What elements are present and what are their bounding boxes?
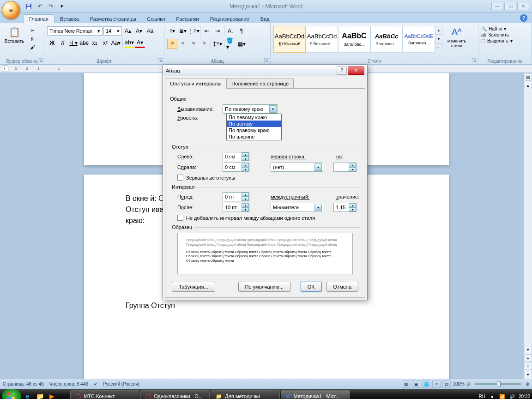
style-heading3[interactable]: AaBbCcDdEЗаголово... [403, 26, 435, 53]
dialog-help-button[interactable]: ? [337, 66, 347, 75]
multilevel-button[interactable]: ⋮≡▾ [188, 26, 199, 36]
outline-view[interactable]: ≡ [432, 381, 441, 388]
superscript-button[interactable]: x² [100, 38, 110, 48]
copy-icon[interactable]: ⎘ [28, 35, 37, 42]
zoom-out-button[interactable]: ⊖ [466, 381, 470, 387]
cut-icon[interactable]: ✂ [28, 27, 37, 34]
tabs-button[interactable]: Табуляция... [172, 282, 215, 292]
borders-button[interactable]: ▦▾ [236, 39, 247, 49]
style-normal[interactable]: AaBbCcDd¶ Обычный [273, 26, 306, 53]
ruler-toggle-icon[interactable]: ▤ [525, 73, 532, 81]
tray-lang[interactable]: RU [479, 394, 485, 399]
tab-mailings[interactable]: Рассылки [170, 15, 204, 23]
undo-icon[interactable]: ↶ [35, 2, 44, 11]
no-space-checkbox[interactable] [177, 215, 183, 221]
style-heading2[interactable]: AaBbCcЗаголово... [370, 26, 403, 53]
underline-button[interactable]: Ч ▾ [68, 38, 79, 48]
dd-item-left[interactable]: По левому краю [227, 114, 281, 121]
taskbar-item-ok[interactable]: ◯Одноклассники - О... [140, 390, 210, 399]
alignment-combo[interactable]: По левому краю▾ [223, 104, 278, 114]
explorer-icon[interactable]: 📁 [34, 390, 45, 399]
minimize-button[interactable]: ― [491, 3, 503, 10]
indent-inc-button[interactable]: ⇥ [212, 26, 223, 36]
numbering-button[interactable]: ≣▾ [178, 26, 188, 36]
default-button[interactable]: По умолчанию... [238, 282, 291, 292]
clipboard-expand-icon[interactable]: ⬊ [38, 58, 43, 63]
dd-item-center[interactable]: По центру [227, 121, 281, 127]
taskbar-item-word[interactable]: WМетодичка1 - Micr... [281, 390, 350, 399]
vertical-scrollbar[interactable]: ▤ ▴ ▾ ▴ ○ ▾ [524, 73, 532, 379]
zoom-slider[interactable] [475, 383, 521, 385]
indent-right-spinner[interactable]: 0 см▴▾ [223, 163, 249, 172]
tab-home[interactable]: Главная [23, 14, 54, 23]
dialog-tab-indents[interactable]: Отступы и интервалы [165, 79, 226, 89]
spell-check-icon[interactable]: ✔ [94, 381, 97, 387]
linespacing-combo[interactable]: Множитель▾ [271, 203, 323, 212]
align-left-button[interactable]: ≡ [167, 39, 177, 49]
replace-button[interactable]: abЗаменить [481, 32, 529, 38]
maximize-button[interactable]: ▭ [504, 3, 516, 10]
wmp-icon[interactable]: ▶ [46, 390, 57, 399]
print-layout-view[interactable]: ▦ [402, 381, 410, 388]
justify-button[interactable]: ≡ [199, 39, 209, 49]
bold-button[interactable]: Ж [47, 38, 57, 48]
next-page-icon[interactable]: ▾ [525, 371, 532, 378]
show-marks-button[interactable]: ¶ [236, 26, 247, 36]
font-size-combo[interactable]: 14▾ [103, 26, 122, 36]
change-styles-button[interactable]: Aᴬ Изменить стили [445, 24, 468, 57]
scroll-down-icon[interactable]: ▾ [525, 346, 532, 353]
prev-page-icon[interactable]: ▴ [525, 354, 532, 362]
shading-button[interactable]: 🪣▾ [226, 39, 236, 49]
clear-format-icon[interactable]: Aa [145, 26, 155, 36]
dialog-close-button[interactable]: ✕ [348, 66, 364, 75]
show-desktop-icon[interactable]: ▭ [58, 390, 69, 399]
indent-dec-button[interactable]: ⇤ [202, 26, 212, 36]
line-spacing-button[interactable]: ‡≡▾ [212, 39, 223, 49]
tab-selector[interactable]: L [2, 66, 8, 72]
before-spinner[interactable]: 0 пт▴▾ [223, 192, 249, 201]
tab-layout[interactable]: Разметка страницы [85, 15, 142, 23]
format-painter-icon[interactable]: 🖌 [28, 43, 37, 51]
after-spinner[interactable]: 10 пт▴▾ [223, 203, 249, 212]
font-expand-icon[interactable]: ⬊ [158, 58, 163, 63]
tab-references[interactable]: Ссылки [142, 15, 171, 23]
strike-button[interactable]: abc [79, 38, 89, 48]
styles-more[interactable]: ⋯ [435, 43, 442, 52]
align-center-button[interactable]: ≡ [178, 39, 188, 49]
tray-clock[interactable]: 20:32 [519, 394, 530, 399]
dd-item-right[interactable]: По правому краю [227, 127, 281, 133]
style-nospacing[interactable]: AaBbCcDd¶ Без инте... [306, 26, 338, 53]
close-button[interactable]: ✕ [517, 3, 529, 10]
indent-left-spinner[interactable]: 0 см▴▾ [223, 152, 249, 161]
styles-scroll-down[interactable]: ▾ [435, 35, 442, 43]
ie-icon[interactable]: e [22, 390, 33, 399]
paste-button[interactable]: 📋 Вставить [3, 24, 26, 57]
tab-review[interactable]: Рецензирование [205, 15, 255, 23]
lineat-spinner[interactable]: 1,15▴▾ [333, 203, 357, 212]
subscript-button[interactable]: x₂ [90, 38, 100, 48]
zoom-in-button[interactable]: ⊕ [526, 381, 529, 387]
highlight-button[interactable]: ab▾ [124, 38, 134, 48]
tab-insert[interactable]: Вставка [54, 15, 85, 23]
scroll-up-icon[interactable]: ▴ [525, 82, 532, 89]
word-count[interactable]: Число слов: 8 446 [49, 381, 88, 387]
grow-font-icon[interactable]: A▴ [123, 26, 133, 36]
taskbar-item-folder[interactable]: 📁Для методички [211, 390, 280, 399]
redo-icon[interactable]: ↷ [46, 2, 55, 11]
styles-expand-icon[interactable]: ⬊ [472, 58, 477, 63]
style-heading1[interactable]: AaBbCЗаголово... [338, 26, 370, 53]
mirror-indents-checkbox[interactable] [177, 175, 183, 181]
styles-scroll-up[interactable]: ▴ [435, 26, 442, 35]
tray-volume-icon[interactable]: 🔊 [508, 393, 516, 399]
tray-network-icon[interactable]: 📶 [498, 393, 506, 399]
firstline-combo[interactable]: (нет)▾ [271, 163, 323, 172]
align-right-button[interactable]: ≡ [188, 39, 199, 49]
font-color-button[interactable]: A▾ [135, 38, 145, 48]
taskbar-item-mts[interactable]: ◯МТС Коннект [70, 390, 139, 399]
font-family-combo[interactable]: Times New Roman▾ [47, 26, 103, 36]
change-case-button[interactable]: Aa▾ [111, 38, 121, 48]
sort-button[interactable]: A↓ [226, 26, 236, 36]
dd-item-justify[interactable]: По ширине [227, 133, 281, 140]
office-button[interactable]: ⊞ [2, 1, 20, 19]
web-view[interactable]: 🌐 [422, 381, 430, 388]
